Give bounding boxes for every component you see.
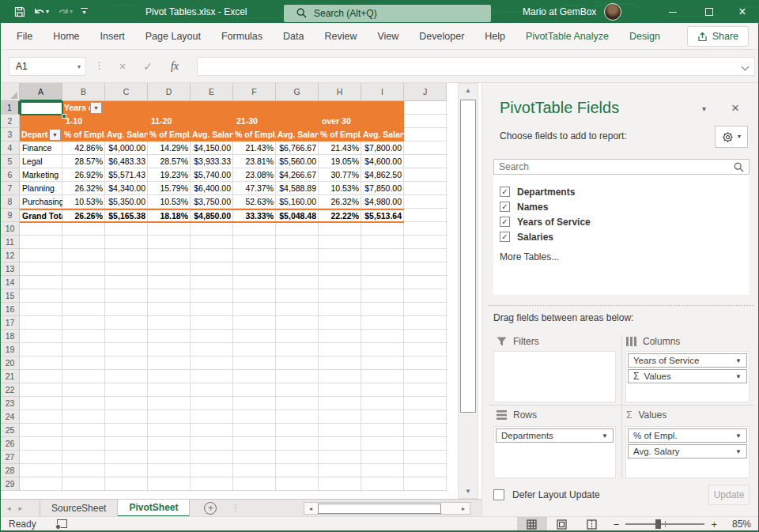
row-header-23[interactable]: 23 <box>1 397 20 410</box>
maximize-button[interactable] <box>692 1 727 23</box>
pivot-cell[interactable]: $7,800.00 <box>361 141 404 155</box>
pivot-filter-dropdown-icon[interactable]: ▼ <box>90 102 102 114</box>
pivot-cell[interactable]: 10.53% <box>148 195 191 209</box>
sheet-nav-left-icon[interactable]: ◂ <box>1 504 17 512</box>
scroll-down-icon[interactable]: ▼ <box>459 485 478 498</box>
field-item-salaries[interactable]: ✓Salaries <box>500 229 750 244</box>
pivot-cell[interactable]: 10.53% <box>319 182 361 195</box>
pivot-row-name[interactable]: Purchasing <box>20 195 62 209</box>
page-layout-view-icon[interactable] <box>547 517 577 531</box>
ribbon-tab-help[interactable]: Help <box>474 23 515 50</box>
row-header-8[interactable]: 8 <box>1 195 20 209</box>
pivot-cell[interactable]: 30.77% <box>319 168 361 182</box>
sheet-nav-right-icon[interactable]: ▸ <box>17 504 29 512</box>
pivot-cell[interactable]: $4,588.89 <box>276 182 319 195</box>
name-box[interactable]: A1 ▾ <box>9 57 86 76</box>
normal-view-icon[interactable] <box>517 517 547 531</box>
defer-layout-checkbox[interactable] <box>493 489 504 500</box>
pill-departments[interactable]: Departments▼ <box>496 428 614 443</box>
pivot-row-name[interactable]: Legal <box>20 155 62 168</box>
customize-quick-access-icon[interactable]: ▾ <box>78 3 90 21</box>
pivot-cell[interactable]: 22.22% <box>319 210 361 221</box>
row-header-26[interactable]: 26 <box>1 437 20 451</box>
pivot-cell[interactable]: 28.57% <box>148 155 191 168</box>
sheet-tab-pivotsheet[interactable]: PivotSheet <box>118 500 190 517</box>
pivot-cell[interactable]: 15.79% <box>148 182 191 195</box>
pivot-cell[interactable]: 21.43% <box>319 141 361 155</box>
pivot-cell[interactable]: 26.92% <box>62 168 105 182</box>
filters-area[interactable] <box>493 351 616 402</box>
row-header-4[interactable]: 4 <box>1 141 20 155</box>
field-list-options-button[interactable]: ▾ <box>715 126 748 148</box>
pill-yearsofservice[interactable]: Years of Service▼ <box>628 353 747 368</box>
pivot-cell[interactable]: $6,483.33 <box>105 155 148 168</box>
zoom-in-icon[interactable]: + <box>704 519 723 530</box>
row-header-22[interactable]: 22 <box>1 383 20 397</box>
tabbar-splitter[interactable]: ⋮ <box>231 503 240 513</box>
pivot-cell[interactable]: $6,766.67 <box>276 141 319 155</box>
pill-values[interactable]: ΣValues▼ <box>628 369 747 383</box>
pivot-cell[interactable]: 26.32% <box>62 182 105 195</box>
ribbon-tab-page-layout[interactable]: Page Layout <box>135 23 211 50</box>
pill-dropdown-icon[interactable]: ▼ <box>735 357 742 364</box>
pane-close-icon[interactable]: × <box>731 100 739 116</box>
zoom-slider-thumb[interactable] <box>655 519 661 529</box>
pill-dropdown-icon[interactable]: ▼ <box>735 432 742 440</box>
expand-formula-bar-icon[interactable] <box>742 63 750 71</box>
pivot-cell[interactable]: $4,862.50 <box>361 168 404 182</box>
zoom-level[interactable]: 85% <box>723 519 759 530</box>
ribbon-tab-design[interactable]: Design <box>619 23 670 50</box>
scroll-right-icon[interactable]: ▸ <box>457 505 470 512</box>
field-item-departments[interactable]: ✓Departments <box>500 184 750 199</box>
rows-area[interactable]: Departments▼ <box>493 426 616 478</box>
pill-dropdown-icon[interactable]: ▼ <box>735 373 742 380</box>
field-checkbox[interactable]: ✓ <box>500 187 510 197</box>
pill-dropdown-icon[interactable]: ▼ <box>735 448 742 455</box>
column-header-J[interactable]: J <box>404 83 447 101</box>
pivot-cell[interactable]: $7,850.00 <box>361 182 404 195</box>
column-header-E[interactable]: E <box>191 83 233 101</box>
pivot-cell[interactable]: $4,150.00 <box>191 141 233 155</box>
column-header-B[interactable]: B <box>62 83 105 101</box>
pivot-cell[interactable]: 52.63% <box>233 195 276 209</box>
pivot-cell[interactable]: 26.26% <box>62 210 105 221</box>
cancel-entry-icon[interactable]: × <box>111 57 134 76</box>
vertical-scroll-thumb[interactable] <box>460 100 476 413</box>
update-button[interactable]: Update <box>708 485 750 505</box>
ribbon-tab-insert[interactable]: Insert <box>90 23 135 50</box>
row-header-6[interactable]: 6 <box>1 168 20 182</box>
row-header-19[interactable]: 19 <box>1 343 20 357</box>
row-header-2[interactable]: 2 <box>1 115 20 128</box>
field-checkbox[interactable]: ✓ <box>500 232 510 242</box>
pivot-cell[interactable]: $6,400.00 <box>191 182 233 195</box>
formula-bar-splitter[interactable]: ⋮ <box>94 59 104 71</box>
selected-cell-a1[interactable] <box>20 101 63 115</box>
share-button[interactable]: Share <box>687 26 749 47</box>
undo-icon[interactable]: ▾ <box>31 3 51 21</box>
ribbon-tab-formulas[interactable]: Formulas <box>211 23 273 50</box>
pivot-cell[interactable]: $5,571.43 <box>105 168 148 182</box>
pivot-row-name[interactable]: Grand Total <box>20 210 62 221</box>
field-item-years-of-service[interactable]: ✓Years of Service <box>500 214 750 229</box>
ribbon-tab-data[interactable]: Data <box>273 23 314 50</box>
values-area[interactable]: % of Empl.▼Avg. Salary▼ <box>625 426 750 478</box>
pivot-cell[interactable]: $3,750.00 <box>191 195 233 209</box>
pivot-cell[interactable]: 14.29% <box>148 141 191 155</box>
pivot-cell[interactable]: 21.43% <box>233 141 276 155</box>
select-all-corner[interactable] <box>1 83 20 101</box>
field-checkbox[interactable]: ✓ <box>500 202 510 212</box>
pill-avgsalary[interactable]: Avg. Salary▼ <box>628 444 747 458</box>
columns-area[interactable]: Years of Service▼ΣValues▼ <box>625 351 750 402</box>
column-header-A[interactable]: A <box>20 83 62 101</box>
row-header-21[interactable]: 21 <box>1 370 20 383</box>
row-header-13[interactable]: 13 <box>1 262 20 276</box>
page-break-view-icon[interactable] <box>577 517 607 531</box>
pivot-cell[interactable]: $5,560.00 <box>276 155 319 168</box>
row-header-7[interactable]: 7 <box>1 182 20 195</box>
ribbon-tab-review[interactable]: Review <box>314 23 367 50</box>
pivot-cell[interactable]: $4,340.00 <box>105 182 148 195</box>
row-header-27[interactable]: 27 <box>1 451 20 464</box>
row-header-5[interactable]: 5 <box>1 155 20 168</box>
pivot-row-name[interactable]: Marketing <box>20 168 62 182</box>
column-header-I[interactable]: I <box>361 83 404 101</box>
